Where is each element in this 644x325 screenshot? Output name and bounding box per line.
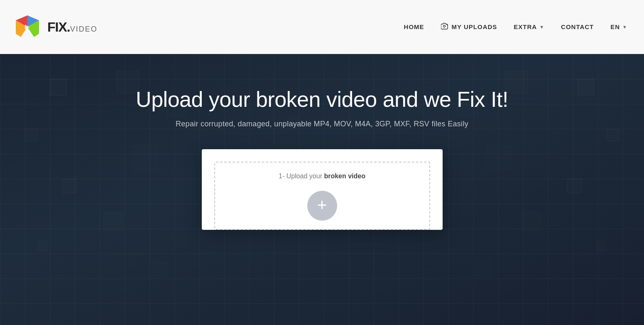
- site-header: FIX.VIDEO HOME MY UPLOADS EXTRA ▼ CONTAC…: [0, 0, 644, 54]
- logo[interactable]: FIX.VIDEO: [12, 12, 98, 42]
- logo-fix: FIX.: [47, 20, 70, 34]
- lang-dropdown-arrow: ▼: [622, 25, 627, 30]
- upload-plus-button[interactable]: +: [307, 191, 337, 221]
- nav-contact[interactable]: CONTACT: [561, 23, 594, 30]
- plus-icon: +: [317, 197, 327, 213]
- main-nav: HOME MY UPLOADS EXTRA ▼ CONTACT EN ▼: [404, 23, 627, 31]
- nav-lang[interactable]: EN ▼: [610, 23, 627, 30]
- extra-dropdown-arrow: ▼: [539, 25, 544, 30]
- upload-zone-label: 1- Upload your broken video: [279, 172, 365, 180]
- logo-icon: [12, 12, 42, 42]
- upload-label-prefix: 1- Upload your: [279, 172, 324, 180]
- upload-card: 1- Upload your broken video +: [202, 149, 443, 230]
- nav-extra[interactable]: EXTRA ▼: [514, 23, 544, 30]
- nav-home[interactable]: HOME: [404, 23, 424, 30]
- hero-section: Upload your broken video and we Fix It! …: [0, 54, 644, 325]
- svg-point-5: [443, 25, 445, 27]
- hero-subtitle: Repair corrupted, damaged, unplayable MP…: [136, 120, 508, 128]
- upload-label-bold: broken video: [324, 172, 365, 180]
- camera-icon: [441, 23, 449, 31]
- logo-text: FIX.VIDEO: [47, 20, 98, 34]
- logo-video: VIDEO: [70, 25, 98, 33]
- upload-zone[interactable]: 1- Upload your broken video +: [214, 162, 430, 230]
- nav-my-uploads[interactable]: MY UPLOADS: [441, 23, 497, 31]
- hero-title: Upload your broken video and we Fix It!: [136, 87, 508, 112]
- hero-content: Upload your broken video and we Fix It! …: [136, 87, 508, 149]
